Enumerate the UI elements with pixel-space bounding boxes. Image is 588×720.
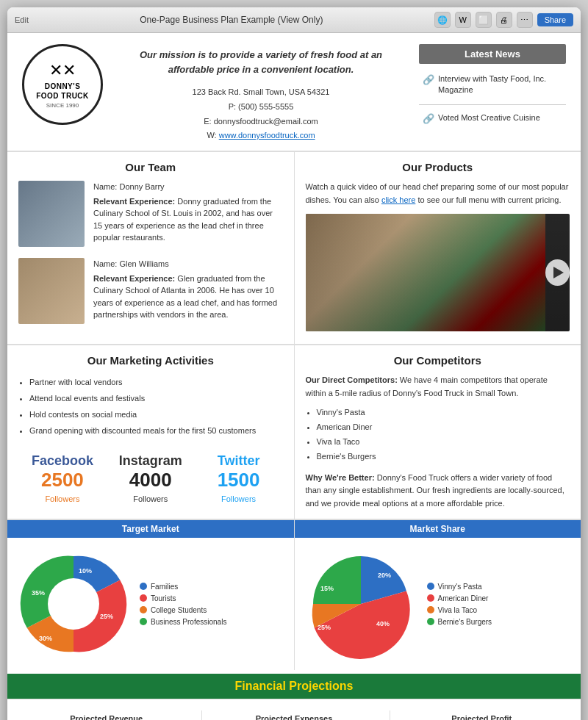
app-window: Edit One-Page Business Plan Example (Vie… [7,7,581,720]
expenses-section: Projected Expenses $150,000.00 $100,000.… [201,710,385,720]
link-icon-2: 🔗 [423,112,434,126]
team-photo-2 [18,258,85,324]
products-section: Our Products Watch a quick video of our … [294,152,581,344]
window-title: One-Page Business Plan Example (View Onl… [29,15,434,25]
revenue-title: Projected Revenue [18,714,194,720]
lbl-bernies: 15% [320,585,333,592]
marketing-section: Our Marketing Activities Partner with lo… [7,345,294,519]
why-better: Why We're Better: Donny's Food Truck off… [306,472,570,511]
facebook-stat: Facebook 2500 Followers [18,450,107,508]
competitors-list: Vinny's Pasta American Diner Viva la Tac… [306,406,570,464]
latest-news-header: Latest News [419,44,566,64]
instagram-name: Instagram [110,453,191,469]
email: E: donnysfoodtruck@email.com [193,115,330,129]
phone: P: (500) 555-5555 [193,100,330,115]
market-pie-svg: 20% 40% 25% 15% [302,545,420,663]
video-overlay [306,214,570,331]
legend-students: College Students [140,606,226,614]
news-text-1: Interview with Tasty Food, Inc. Magazine [438,73,562,96]
competitors-direct: Our Direct Competitors: We have 4 main c… [306,374,570,400]
play-icon [553,267,564,278]
competitors-direct-label: Our Direct Competitors: [306,375,398,384]
marketing-item-1: Partner with local vendors [29,374,283,390]
team-exp-1: Relevant Experience: Donny graduated fro… [93,195,283,244]
share-button[interactable]: Share [537,13,573,26]
exp-label-2: Relevant Experience: [93,274,175,283]
page-content: ✕✕ DONNY'SFOOD TRUCK SINCE 1990 Our miss… [7,33,581,720]
dot-students [140,606,147,613]
monitor-icon[interactable]: ⬜ [476,12,492,28]
market-share-header: Market Share [295,520,581,538]
team-member-2: Name: Glen Williams Relevant Experience:… [18,258,283,324]
website: W: www.donnysfoodtruck.com [193,129,330,143]
team-photo-1 [18,181,85,247]
competitor-3: Viva la Taco [317,435,570,450]
dot-viva [427,606,434,613]
marketing-title: Our Marketing Activities [18,354,283,367]
competitor-2: American Diner [317,420,570,435]
video-thumbnail[interactable] [306,214,570,331]
social-stats: Facebook 2500 Followers Instagram 4000 F… [18,450,283,508]
seg-bernies [313,556,361,604]
team-section: Our Team Name: Donny Barry Relevant Expe… [7,152,294,344]
dot-vinnys [427,583,434,590]
team-info-2: Name: Glen Williams Relevant Experience:… [93,258,283,321]
marketing-item-2: Attend local events and festivals [29,390,283,406]
legend-vinnys: Vinny's Pasta [427,583,492,591]
revenue-section: Projected Revenue $150,000.00 $100,000.0… [15,710,198,720]
dot-american [427,594,434,602]
edit-button[interactable]: Edit [15,15,29,24]
mission-text: Our mission is to provide a variety of f… [118,48,404,76]
news-text-2: Voted Most Creative Cuisine [438,112,540,123]
lbl-viva: 25% [317,624,330,631]
news-item-1: 🔗 Interview with Tasty Food, Inc. Magazi… [419,70,566,100]
team-info-1: Name: Donny Barry Relevant Experience: D… [93,181,283,244]
header-section: ✕✕ DONNY'SFOOD TRUCK SINCE 1990 Our miss… [7,33,581,151]
instagram-stat: Instagram 4000 Followers [107,450,195,508]
logo-icon: ✕✕ [49,61,76,80]
twitter-label: Followers [221,494,256,503]
twitter-count: 1500 [198,469,279,492]
donut-hole [48,578,99,630]
charts-row: Target Market [7,519,581,670]
logo-name: DONNY'SFOOD TRUCK [36,82,89,101]
website-link[interactable]: www.donnysfoodtruck.com [219,131,315,140]
news-item-2: 🔗 Voted Most Creative Cuisine [419,109,566,129]
profit-section: Projected Profit $20,000.00 $0.00 -$10,0… [390,710,573,720]
label-tourists-text: Tourists [151,594,176,602]
legend-american: American Diner [427,594,492,602]
expenses-title: Projected Expenses [206,714,381,720]
text-icon[interactable]: W [455,12,471,28]
label-bernies-text: Bernie's Burgers [438,618,492,626]
team-products-row: Our Team Name: Donny Barry Relevant Expe… [7,151,581,344]
print-icon[interactable]: 🖨 [496,12,512,28]
label-vinnys-text: Vinny's Pasta [438,583,482,591]
profit-title: Projected Profit [394,714,570,720]
target-market-header: Target Market [7,520,294,538]
more-icon[interactable]: ⋯ [517,12,533,28]
facebook-name: Facebook [22,453,103,469]
menu-link[interactable]: click here [381,195,415,204]
latest-news: Latest News 🔗 Interview with Tasty Food,… [419,44,566,134]
lbl-american: 40% [376,620,389,627]
marketing-item-3: Hold contests on social media [29,406,283,422]
competitors-title: Our Competitors [306,354,570,367]
globe-icon[interactable]: 🌐 [434,12,451,28]
market-share-pie: 20% 40% 25% 15% [302,545,420,663]
label-professionals: 35% [32,589,45,597]
instagram-count: 4000 [110,469,191,492]
team-name-1: Name: Donny Barry [93,181,283,193]
competitor-1: Vinny's Pasta [317,406,570,420]
team-name-2: Name: Glen Williams [93,258,283,270]
dot-families [140,583,147,590]
logo: ✕✕ DONNY'SFOOD TRUCK SINCE 1990 [22,44,103,125]
exp-label-1: Relevant Experience: [93,197,175,206]
toolbar: 🌐 W ⬜ 🖨 ⋯ Share [434,12,573,28]
label-professionals-text: Business Professionals [151,618,226,626]
legend-tourists: Tourists [140,594,226,602]
legend-professionals: Business Professionals [140,618,226,626]
financial-row: Projected Revenue $150,000.00 $100,000.0… [7,699,581,720]
twitter-stat: Twitter 1500 Followers [195,450,283,508]
team-member-1: Name: Donny Barry Relevant Experience: D… [18,181,283,247]
team-exp-2: Relevant Experience: Glen graduated from… [93,273,283,321]
